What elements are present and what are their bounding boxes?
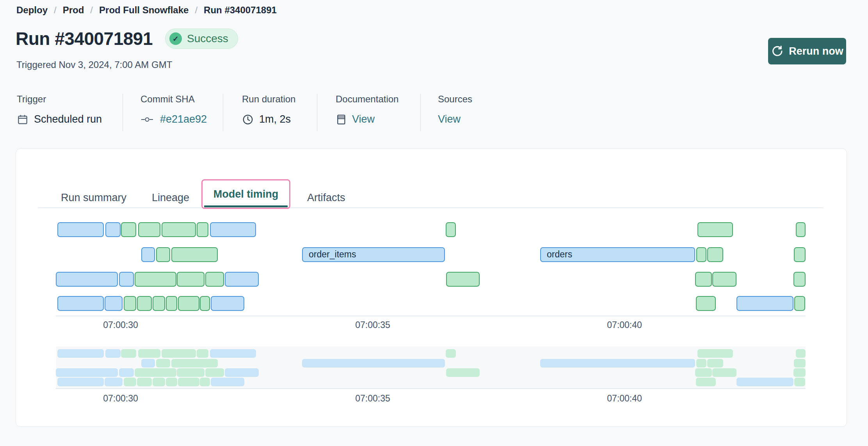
gantt-bar[interactable] xyxy=(696,296,716,311)
gantt-bar xyxy=(135,368,176,377)
calendar-icon xyxy=(17,114,28,125)
gantt-bar xyxy=(712,368,736,377)
commit-sha-link[interactable]: #e21ae92 xyxy=(160,113,207,125)
run-meta-row: Trigger Scheduled run Commit SHA xyxy=(16,94,507,131)
meta-documentation: Documentation View xyxy=(317,94,421,131)
gantt-bar[interactable] xyxy=(121,222,136,237)
gantt-bar xyxy=(446,368,480,377)
axis-tick: 07:00:40 xyxy=(607,320,642,330)
gantt-bar[interactable] xyxy=(57,222,104,237)
gantt-bar[interactable] xyxy=(137,296,152,311)
gantt-bar[interactable] xyxy=(119,272,134,287)
gantt-bar[interactable] xyxy=(135,272,176,287)
gantt-bar[interactable] xyxy=(225,272,259,287)
gantt-bar[interactable] xyxy=(177,272,205,287)
gantt-bar[interactable] xyxy=(197,222,208,237)
breadcrumb-separator: / xyxy=(54,5,57,16)
gantt-bar xyxy=(211,378,244,386)
gantt-bar[interactable] xyxy=(178,296,199,311)
gantt-bar[interactable] xyxy=(793,272,806,287)
documentation-label: Documentation xyxy=(336,94,420,105)
gantt-bar xyxy=(794,378,805,386)
meta-commit: Commit SHA #e21ae92 xyxy=(123,94,223,131)
trigger-label: Trigger xyxy=(17,94,123,105)
gantt-bar xyxy=(153,378,165,386)
gantt-bar-orders[interactable]: orders xyxy=(540,247,695,262)
breadcrumb-prod-full-snowflake[interactable]: Prod Full Snowflake xyxy=(99,5,189,16)
gantt-bar[interactable] xyxy=(736,296,793,311)
gantt-bar[interactable] xyxy=(166,296,177,311)
gantt-bar[interactable] xyxy=(153,296,165,311)
tab-run-summary[interactable]: Run summary xyxy=(61,192,126,204)
gantt-bar xyxy=(105,349,121,358)
status-badge-label: Success xyxy=(187,32,228,45)
timeline-overview-brush[interactable]: 07:00:3007:00:3507:00:40 xyxy=(56,346,806,389)
breadcrumb-separator: / xyxy=(195,5,197,16)
gantt-bar xyxy=(121,349,136,358)
gantt-bar[interactable] xyxy=(156,247,170,262)
gantt-bar[interactable] xyxy=(171,247,218,262)
gantt-bar xyxy=(696,359,706,368)
axis-tick: 07:00:40 xyxy=(607,393,642,404)
gantt-bar[interactable] xyxy=(796,222,806,237)
axis-tick: 07:00:35 xyxy=(355,320,390,330)
gantt-bar[interactable] xyxy=(210,222,256,237)
gantt-bar[interactable] xyxy=(162,222,196,237)
gantt-bar[interactable] xyxy=(105,296,123,311)
meta-duration: Run duration 1m, 2s xyxy=(223,94,317,131)
gantt-bar[interactable] xyxy=(696,247,706,262)
documentation-view-link[interactable]: View xyxy=(352,113,375,125)
gantt-bar xyxy=(124,378,136,386)
gantt-bar xyxy=(697,349,733,358)
gantt-bar xyxy=(446,349,456,358)
gantt-bar[interactable] xyxy=(446,222,456,237)
gantt-bar xyxy=(696,378,716,386)
gantt-bar xyxy=(162,349,196,358)
gantt-bar[interactable] xyxy=(200,296,210,311)
model-timing-gantt[interactable]: order_itemsorders07:00:3007:00:3507:00:4… xyxy=(56,222,806,335)
gantt-bar[interactable] xyxy=(124,296,136,311)
tab-model-timing[interactable]: Model timing xyxy=(201,179,290,209)
breadcrumb-separator: / xyxy=(90,5,93,16)
tab-model-timing-label: Model timing xyxy=(213,188,278,200)
gantt-bar xyxy=(178,378,199,386)
rerun-now-button[interactable]: Rerun now xyxy=(768,38,846,64)
gantt-bar[interactable] xyxy=(105,222,121,237)
gantt-bar xyxy=(141,359,155,368)
gantt-bar[interactable] xyxy=(205,272,224,287)
gantt-bar xyxy=(197,349,208,358)
meta-trigger: Trigger Scheduled run xyxy=(16,94,123,131)
gantt-bar xyxy=(171,359,218,368)
axis-tick: 07:00:30 xyxy=(103,393,138,404)
page-title: Run #340071891 xyxy=(16,28,153,49)
gantt-bar-order_items[interactable]: order_items xyxy=(302,247,445,262)
gantt-bar[interactable] xyxy=(141,247,155,262)
gantt-bar xyxy=(57,349,104,358)
tab-lineage[interactable]: Lineage xyxy=(152,192,189,204)
gantt-bar[interactable] xyxy=(56,272,118,287)
gantt-bar[interactable] xyxy=(446,272,480,287)
gantt-bar xyxy=(736,378,793,386)
run-detail-card: Run summary Lineage Model timing Artifac… xyxy=(16,148,847,427)
gantt-bar xyxy=(205,368,224,377)
gantt-bar[interactable] xyxy=(211,296,244,311)
gantt-bar[interactable] xyxy=(697,222,733,237)
sources-view-link[interactable]: View xyxy=(438,113,461,125)
gantt-bar[interactable] xyxy=(695,272,712,287)
gantt-bar[interactable] xyxy=(57,296,104,311)
gantt-bar xyxy=(200,378,210,386)
gantt-bar[interactable] xyxy=(794,296,805,311)
tab-artifacts[interactable]: Artifacts xyxy=(307,192,345,204)
gantt-bar xyxy=(793,368,806,377)
overview-axis-line xyxy=(56,388,806,389)
sources-label: Sources xyxy=(438,94,507,105)
gantt-bar[interactable] xyxy=(712,272,736,287)
trigger-value: Scheduled run xyxy=(34,113,102,125)
gantt-bar[interactable] xyxy=(707,247,723,262)
gantt-bar[interactable] xyxy=(794,247,806,262)
breadcrumb-deploy[interactable]: Deploy xyxy=(16,5,48,16)
tabs-divider xyxy=(38,207,823,208)
gantt-bar[interactable] xyxy=(138,222,160,237)
breadcrumb-prod[interactable]: Prod xyxy=(63,5,84,16)
rerun-now-label: Rerun now xyxy=(789,45,843,57)
